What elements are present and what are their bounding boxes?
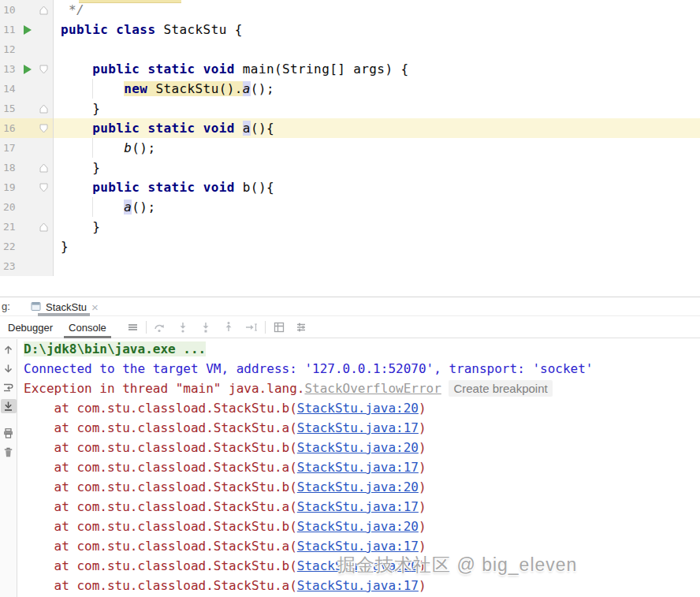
editor-gutter[interactable]: 21	[0, 217, 54, 237]
code-text[interactable]: a();	[54, 197, 700, 217]
code-text[interactable]: new StackStu().a();	[54, 79, 700, 99]
code-text[interactable]	[54, 256, 700, 276]
fold-up-icon[interactable]	[39, 222, 48, 232]
line-number: 19	[0, 181, 19, 193]
create-breakpoint-hint[interactable]: Create breakpoint	[449, 380, 552, 397]
code-token: */	[61, 2, 84, 17]
editor-gutter[interactable]: 22	[0, 237, 54, 256]
code-token	[195, 121, 203, 136]
view-breakpoints-icon[interactable]	[272, 320, 286, 334]
code-token	[140, 62, 147, 76]
step-into-icon[interactable]	[176, 320, 190, 334]
console-line: at com.stu.classload.StackStu.a(StackStu…	[24, 497, 700, 517]
line-number: 14	[0, 83, 19, 95]
editor-gutter[interactable]: 17	[0, 138, 54, 158]
code-line: 23	[0, 256, 700, 276]
close-icon[interactable]: ×	[91, 301, 99, 313]
editor-gutter[interactable]: 16	[0, 118, 54, 138]
editor-gutter[interactable]: 10	[0, 0, 54, 20]
system-message: Connected to the target VM, address: '12…	[24, 361, 593, 376]
code-text[interactable]: }	[54, 237, 700, 256]
error-text: at com.stu.classload.StackStu.b(	[24, 479, 297, 494]
line-number: 17	[0, 142, 19, 154]
exception-class-link[interactable]: StackOverflowError	[304, 381, 441, 396]
editor-gutter[interactable]: 19	[0, 177, 54, 197]
code-token	[61, 62, 92, 76]
fold-down-icon[interactable]	[39, 183, 48, 192]
code-token: ();	[251, 81, 274, 96]
line-number: 20	[0, 201, 19, 213]
fold-up-icon[interactable]	[39, 163, 48, 173]
file-line-link[interactable]: StackStu.java:17	[297, 539, 419, 554]
layout-settings-icon[interactable]	[294, 320, 308, 334]
code-token: StackStu {	[155, 22, 242, 37]
file-line-link[interactable]: StackStu.java:20	[297, 401, 419, 416]
editor-gutter[interactable]: 12	[0, 39, 54, 59]
code-token: static	[147, 62, 195, 76]
indent-guide	[92, 79, 93, 99]
fold-down-icon[interactable]	[39, 65, 48, 74]
file-line-link[interactable]: StackStu.java:20	[297, 479, 419, 494]
fold-down-icon[interactable]	[39, 124, 48, 133]
soft-wrap-icon[interactable]	[1, 380, 17, 394]
scroll-up-icon[interactable]	[1, 342, 17, 356]
editor-gutter[interactable]: 11	[0, 20, 54, 39]
code-token: static	[147, 180, 195, 195]
editor-gutter[interactable]: 13	[0, 59, 54, 79]
fold-up-icon[interactable]	[39, 6, 48, 15]
code-token: a	[243, 81, 251, 96]
run-to-cursor-icon[interactable]	[244, 320, 259, 334]
line-number: 23	[0, 260, 19, 272]
code-line: 19 public static void b(){	[0, 177, 700, 197]
step-out-icon[interactable]	[222, 320, 236, 334]
error-text: Exception in thread "main" java.lang.	[24, 381, 304, 396]
editor-gutter[interactable]: 15	[0, 99, 54, 118]
code-text[interactable]: b();	[54, 138, 700, 158]
line-number: 16	[0, 122, 19, 134]
editor-gutter[interactable]: 14	[0, 79, 54, 99]
scroll-to-end-icon[interactable]	[1, 399, 17, 413]
code-text[interactable]: public static void b(){	[54, 177, 700, 197]
console-line: at com.stu.classload.StackStu.a(StackStu…	[24, 576, 700, 595]
tab-console[interactable]: Console	[61, 317, 114, 338]
code-line: 17 b();	[0, 138, 700, 158]
editor-gutter[interactable]: 23	[0, 256, 54, 276]
file-line-link[interactable]: StackStu.java:17	[297, 578, 419, 593]
tool-window-label: g:	[2, 300, 10, 312]
file-line-link[interactable]: StackStu.java:20	[297, 440, 419, 455]
code-text[interactable]: public static void main(String[] args) {	[54, 59, 700, 79]
fold-up-icon[interactable]	[39, 104, 48, 114]
icon-group-3	[272, 320, 308, 334]
step-over-icon[interactable]	[153, 320, 167, 334]
print-icon[interactable]	[1, 426, 17, 440]
menu-icon[interactable]	[125, 320, 140, 334]
line-number: 15	[0, 103, 19, 114]
highlight-fragment	[79, 0, 181, 3]
code-editor[interactable]: 10 */11public class StackStu {1213 publi…	[0, 0, 700, 297]
code-line: 11public class StackStu {	[0, 20, 700, 39]
code-text[interactable]: }	[54, 217, 700, 237]
code-text[interactable]: public class StackStu {	[54, 20, 700, 39]
code-text[interactable]: }	[54, 99, 700, 118]
file-line-link[interactable]: StackStu.java:17	[297, 460, 419, 475]
error-text	[441, 381, 449, 396]
file-line-link[interactable]: StackStu.java:20	[297, 519, 419, 534]
run-button[interactable]	[24, 25, 32, 35]
code-text[interactable]: }	[54, 158, 700, 177]
code-text[interactable]: public static void a(){	[54, 118, 700, 138]
clear-all-icon[interactable]	[1, 445, 17, 459]
file-line-link[interactable]: StackStu.java:17	[297, 420, 419, 435]
line-number: 12	[0, 43, 19, 55]
code-text[interactable]	[54, 39, 700, 59]
force-step-into-icon[interactable]	[199, 320, 213, 334]
tab-debugger[interactable]: Debugger	[0, 317, 61, 338]
editor-gutter[interactable]: 18	[0, 158, 54, 177]
line-number: 18	[0, 162, 19, 174]
scroll-down-icon[interactable]	[1, 361, 17, 375]
editor-gutter[interactable]: 20	[0, 197, 54, 217]
file-line-link[interactable]: StackStu.java:17	[297, 499, 419, 514]
code-token: static	[147, 121, 195, 136]
code-token: void	[203, 62, 235, 76]
run-button[interactable]	[24, 65, 32, 74]
error-text: at com.stu.classload.StackStu.b(	[24, 440, 297, 455]
